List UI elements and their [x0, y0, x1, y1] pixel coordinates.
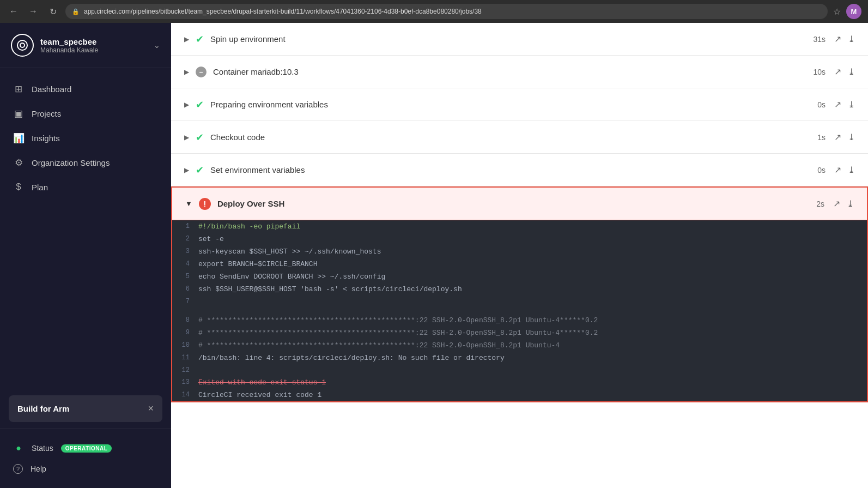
- expand-icon[interactable]: ▶: [184, 101, 189, 109]
- terminal-line: 13 Exited with code exit status 1: [172, 376, 867, 389]
- sidebar-item-status[interactable]: ● Status OPERATIONAL: [0, 438, 171, 459]
- terminal-line: 7: [172, 296, 867, 308]
- step-checkout[interactable]: ▶ ✔ Checkout code 1s ↗ ⤓: [171, 121, 868, 154]
- job-close-button[interactable]: ×: [148, 403, 154, 414]
- terminal-spacer: [172, 308, 867, 314]
- line-content: Exited with code exit status 1: [198, 377, 867, 388]
- line-content: ssh $SSH_USER@$SSH_HOST 'bash -s' < scri…: [198, 284, 867, 294]
- line-content: # **************************************…: [198, 328, 867, 338]
- forward-button[interactable]: →: [26, 4, 40, 19]
- open-external-button[interactable]: ↗: [834, 165, 841, 175]
- terminal-line: 8 # ************************************…: [172, 314, 867, 327]
- line-content: set -e: [198, 234, 867, 244]
- deploy-actions: ↗ ⤓: [833, 198, 854, 209]
- projects-icon: ▣: [13, 108, 24, 119]
- help-label: Help: [31, 465, 46, 473]
- org-expand-icon[interactable]: ⌄: [154, 41, 160, 50]
- line-content: export BRANCH=$CIRCLE_BRANCH: [198, 259, 867, 269]
- download-button[interactable]: ⤓: [847, 198, 854, 209]
- url-bar[interactable]: 🔒 app.circleci.com/pipelines/bitbucket/t…: [65, 4, 828, 19]
- sidebar-item-plan[interactable]: $ Plan: [0, 175, 171, 199]
- svg-point-1: [20, 43, 25, 47]
- sidebar-item-label: Projects: [32, 109, 61, 118]
- plan-icon: $: [13, 182, 24, 192]
- step-spin-up[interactable]: ▶ ✔ Spin up environment 31s ↗ ⤓: [171, 23, 868, 56]
- line-content: [198, 365, 867, 367]
- step-duration: 10s: [813, 68, 825, 76]
- line-content: echo SendEnv DOCROOT BRANCH >> ~/.ssh/co…: [198, 272, 867, 282]
- download-button[interactable]: ⤓: [848, 165, 855, 175]
- terminal-line: 5 echo SendEnv DOCROOT BRANCH >> ~/.ssh/…: [172, 270, 867, 283]
- back-button[interactable]: ←: [7, 4, 21, 19]
- line-content: # **************************************…: [198, 340, 867, 351]
- terminal-line: 3 ssh-keyscan $SSH_HOST >> ~/.ssh/known_…: [172, 245, 867, 258]
- expand-icon[interactable]: ▶: [184, 35, 189, 43]
- download-button[interactable]: ⤓: [848, 67, 855, 77]
- open-external-button[interactable]: ↗: [833, 198, 840, 209]
- terminal-output: 1 #!/bin/bash -eo pipefail 2 set -e 3 ss…: [172, 220, 867, 401]
- success-icon: ✔: [196, 164, 204, 176]
- settings-icon: ⚙: [13, 157, 24, 168]
- reload-button[interactable]: ↻: [46, 4, 60, 19]
- line-content: /bin/bash: line 4: scripts/circleci/depl…: [198, 353, 867, 363]
- step-actions: ↗ ⤓: [834, 99, 855, 110]
- step-actions: ↗ ⤓: [834, 34, 855, 44]
- org-info: team_specbee Mahananda Kawale: [40, 37, 147, 54]
- svg-point-0: [17, 40, 27, 50]
- bookmark-icon[interactable]: ☆: [833, 7, 841, 17]
- expand-icon[interactable]: ▼: [185, 200, 192, 208]
- dashboard-icon: ⊞: [13, 83, 24, 95]
- app-layout: team_specbee Mahananda Kawale ⌄ ⊞ Dashbo…: [0, 23, 868, 488]
- sidebar-item-label: Insights: [32, 134, 60, 143]
- sidebar-item-insights[interactable]: 📊 Insights: [0, 126, 171, 150]
- step-name: Set environment variables: [210, 165, 817, 174]
- success-icon: ✔: [196, 33, 204, 45]
- lock-icon: 🔒: [72, 8, 80, 15]
- terminal-line: 9 # ************************************…: [172, 327, 867, 339]
- sidebar-item-help[interactable]: ? Help: [0, 459, 171, 479]
- deploy-duration: 2s: [816, 200, 824, 208]
- expand-icon[interactable]: ▶: [184, 166, 189, 174]
- step-name: Checkout code: [210, 132, 817, 142]
- download-button[interactable]: ⤓: [848, 132, 855, 142]
- deploy-section: ▼ ! Deploy Over SSH 2s ↗ ⤓ 1 #!/bin/bash…: [171, 186, 868, 402]
- org-logo: [11, 34, 34, 57]
- sidebar: team_specbee Mahananda Kawale ⌄ ⊞ Dashbo…: [0, 23, 171, 488]
- neutral-icon: –: [196, 67, 207, 77]
- step-actions: ↗ ⤓: [834, 67, 855, 77]
- sidebar-item-label: Dashboard: [32, 85, 71, 94]
- expand-icon[interactable]: ▶: [184, 134, 189, 141]
- step-container[interactable]: ▶ – Container mariadb:10.3 10s ↗ ⤓: [171, 56, 868, 88]
- open-external-button[interactable]: ↗: [834, 34, 841, 44]
- terminal-line: 4 export BRANCH=$CIRCLE_BRANCH: [172, 258, 867, 270]
- job-card: Build for Arm ×: [9, 395, 162, 422]
- terminal-line: 12: [172, 364, 867, 376]
- sidebar-footer: ● Status OPERATIONAL ? Help: [0, 429, 171, 488]
- error-icon: !: [199, 198, 211, 210]
- open-external-button[interactable]: ↗: [834, 67, 841, 77]
- sidebar-header: team_specbee Mahananda Kawale ⌄: [0, 23, 171, 68]
- terminal-line: 2 set -e: [172, 233, 867, 245]
- line-content: # **************************************…: [198, 315, 867, 326]
- deploy-header[interactable]: ▼ ! Deploy Over SSH 2s ↗ ⤓: [172, 188, 867, 220]
- insights-icon: 📊: [13, 132, 24, 144]
- step-env-vars[interactable]: ▶ ✔ Preparing environment variables 0s ↗…: [171, 88, 868, 121]
- step-duration: 31s: [813, 35, 825, 44]
- step-duration: 0s: [817, 100, 825, 109]
- sidebar-item-projects[interactable]: ▣ Projects: [0, 101, 171, 126]
- line-content: [198, 297, 867, 299]
- step-actions: ↗ ⤓: [834, 165, 855, 175]
- sidebar-item-dashboard[interactable]: ⊞ Dashboard: [0, 77, 171, 101]
- download-button[interactable]: ⤓: [848, 34, 855, 44]
- sidebar-item-label: Plan: [32, 183, 48, 192]
- help-icon: ?: [13, 464, 23, 474]
- expand-icon[interactable]: ▶: [184, 68, 189, 76]
- line-content: #!/bin/bash -eo pipefail: [198, 221, 867, 232]
- open-external-button[interactable]: ↗: [834, 99, 841, 110]
- success-icon: ✔: [196, 131, 204, 143]
- open-external-button[interactable]: ↗: [834, 132, 841, 142]
- user-avatar[interactable]: M: [846, 4, 861, 19]
- download-button[interactable]: ⤓: [848, 99, 855, 110]
- step-set-env[interactable]: ▶ ✔ Set environment variables 0s ↗ ⤓: [171, 154, 868, 186]
- sidebar-item-org-settings[interactable]: ⚙ Organization Settings: [0, 150, 171, 175]
